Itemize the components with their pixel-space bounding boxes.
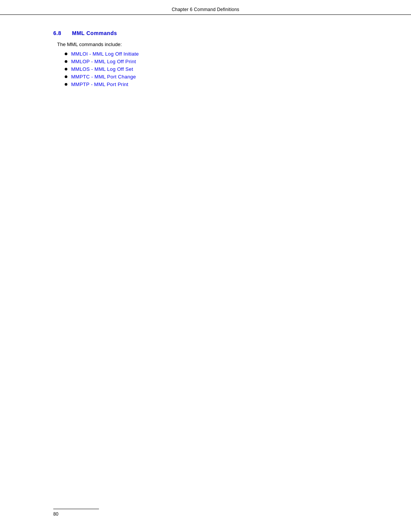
bullet-list: MMLOI - MML Log Off Initiate MMLOP - MML… [65, 51, 358, 87]
page-content: 6.8MML Commands The MML commands include… [0, 15, 411, 112]
link-mmlos[interactable]: MMLOS - MML Log Off Set [71, 66, 133, 72]
footer-line [53, 509, 99, 509]
bullet-dot [65, 53, 67, 55]
header-chapter-label: Chapter 6 Command Definitions [30, 7, 381, 12]
link-mmptp[interactable]: MMPTP - MML Port Print [71, 81, 128, 87]
page-footer: 80 [53, 509, 358, 517]
section-title: MML Commands [72, 30, 117, 36]
section-number: 6.8 [53, 30, 61, 36]
list-item: MMPTP - MML Port Print [65, 81, 358, 87]
list-item: MMLOS - MML Log Off Set [65, 66, 358, 72]
bullet-dot [65, 75, 67, 78]
bullet-dot [65, 60, 67, 63]
bullet-dot [65, 68, 67, 70]
link-mmloi[interactable]: MMLOI - MML Log Off Initiate [71, 51, 139, 57]
section-heading: 6.8MML Commands [53, 30, 358, 36]
intro-paragraph: The MML commands include: [57, 42, 358, 47]
list-item: MMPTC - MML Port Change [65, 74, 358, 80]
page-header: Chapter 6 Command Definitions [0, 0, 411, 15]
link-mmlop[interactable]: MMLOP - MML Log Off Print [71, 59, 136, 64]
footer-page-number: 80 [53, 511, 358, 517]
link-mmptc[interactable]: MMPTC - MML Port Change [71, 74, 136, 80]
bullet-dot [65, 83, 67, 86]
list-item: MMLOI - MML Log Off Initiate [65, 51, 358, 57]
list-item: MMLOP - MML Log Off Print [65, 59, 358, 64]
page-container: Chapter 6 Command Definitions 6.8MML Com… [0, 0, 411, 532]
